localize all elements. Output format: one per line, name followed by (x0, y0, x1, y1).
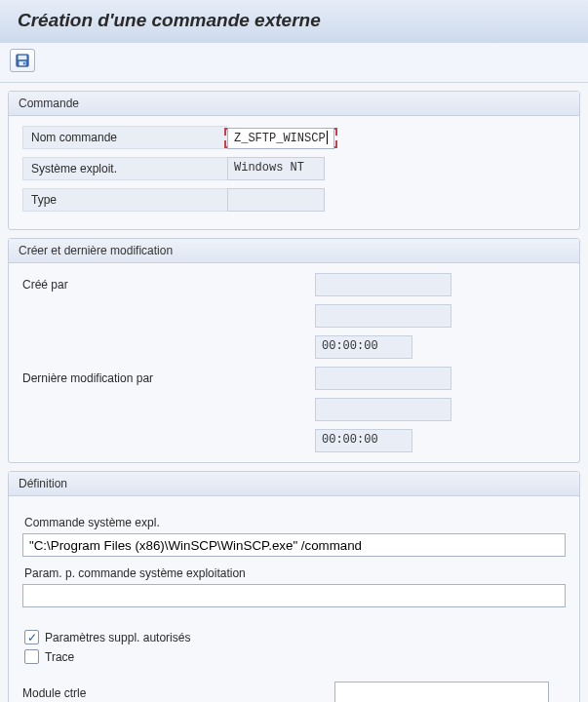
group-modification-title: Créer et dernière modification (9, 239, 579, 263)
param-label: Param. p. commande système exploitation (24, 566, 564, 580)
save-icon (16, 54, 29, 67)
nom-commande-input[interactable]: Z_SFTP_WINSCP (227, 128, 334, 149)
type-label: Type (22, 188, 227, 212)
group-definition: Définition Commande système expl. Param.… (8, 471, 580, 702)
param-input[interactable] (22, 584, 566, 607)
svg-rect-3 (23, 62, 25, 65)
systeme-value: Windows NT (227, 157, 325, 180)
save-button[interactable] (10, 49, 35, 72)
group-commande: Commande Nom commande Z_SFTP_WINSCP Syst… (8, 91, 580, 230)
modif-par-user (315, 367, 451, 390)
toolbar (0, 43, 588, 83)
module-ctrle-label: Module ctrle (22, 686, 334, 700)
systeme-label: Système exploit. (22, 157, 227, 180)
cree-par-time: 00:00:00 (315, 335, 412, 359)
cree-par-user (315, 273, 451, 296)
checkbox-extra-params[interactable]: ✓ (24, 630, 39, 644)
svg-rect-1 (19, 56, 27, 59)
module-ctrle-input[interactable] (334, 682, 549, 702)
checkbox-trace[interactable] (24, 649, 39, 664)
modif-par-time: 00:00:00 (315, 429, 412, 452)
type-value (227, 188, 325, 212)
nom-commande-label: Nom commande (22, 126, 227, 149)
cree-par-label: Créé par (22, 278, 315, 292)
checkbox-extra-params-label: Paramètres suppl. autorisés (45, 631, 190, 644)
cmd-sys-input[interactable] (22, 533, 566, 557)
checkbox-trace-label: Trace (45, 650, 74, 664)
group-definition-title: Définition (9, 472, 579, 496)
modif-par-label: Dernière modification par (22, 371, 315, 385)
text-caret (327, 131, 328, 144)
group-modification: Créer et dernière modification Créé par … (8, 238, 580, 463)
cmd-sys-label: Commande système expl. (24, 516, 564, 529)
modif-par-date (315, 398, 451, 421)
group-commande-title: Commande (9, 92, 579, 116)
page-title: Création d'une commande externe (0, 0, 588, 43)
cree-par-date (315, 304, 451, 328)
